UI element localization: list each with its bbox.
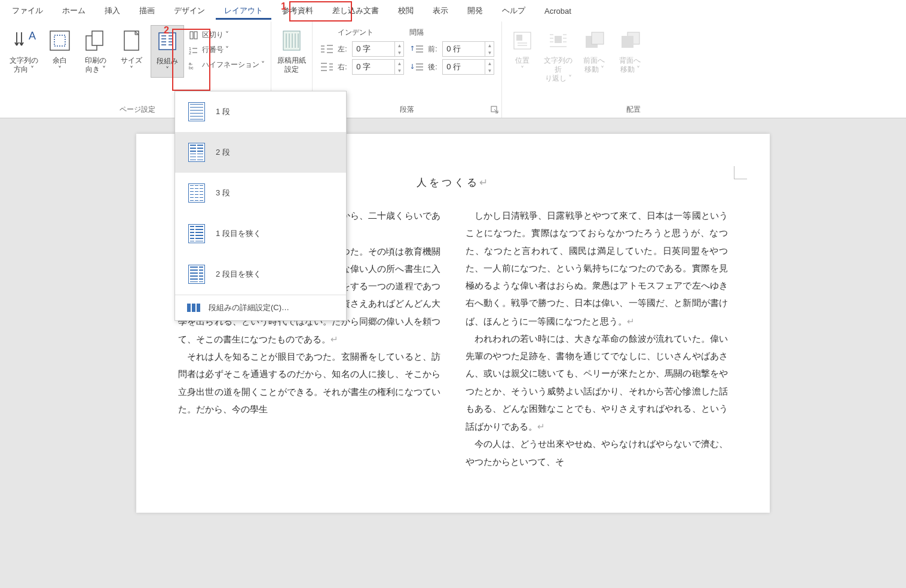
orientation-icon (82, 27, 109, 54)
size-icon (118, 27, 145, 54)
text-direction-icon: A (11, 27, 37, 54)
tab-レイアウト[interactable]: レイアウト (215, 1, 273, 21)
svg-text:A: A (29, 30, 36, 42)
indent-left-spin[interactable]: ▲▼ (352, 41, 404, 57)
columns-one[interactable]: 1 段 (175, 91, 346, 118)
space-after-row: 後: ▲▼ (410, 58, 494, 76)
svg-rect-6 (159, 33, 176, 50)
space-after-icon (410, 62, 424, 72)
indent-right-input[interactable] (353, 60, 394, 74)
indent-right-spin[interactable]: ▲▼ (352, 59, 404, 75)
svg-text:2: 2 (189, 51, 191, 55)
margins-button[interactable]: 余白 ˅ (43, 25, 76, 76)
space-before-row: 前: ▲▼ (410, 40, 494, 58)
indent-right-icon (320, 62, 334, 72)
indent-right-row: 右: ▲▼ (320, 58, 404, 76)
text-wrap-icon (545, 27, 571, 54)
tab-ファイル[interactable]: ファイル (2, 1, 53, 21)
group-label: 配置 (506, 104, 647, 118)
dialog-launcher-icon[interactable] (491, 106, 499, 114)
genko-icon (278, 27, 305, 54)
svg-rect-4 (92, 31, 103, 45)
svg-rect-22 (622, 36, 633, 48)
position-button: 位置 ˅ (506, 25, 539, 76)
tab-Acrobat[interactable]: Acrobat (535, 2, 581, 20)
text-direction-button[interactable]: A 文字列の 方向 ˅ (7, 25, 41, 76)
columns-dropdown: 1 段 2 段 3 段 1 段目を狭く 2 段目を狭く 段組みの詳細設定(C)… (175, 91, 347, 118)
indent-left-icon (320, 44, 334, 54)
tab-描画[interactable]: 描画 (130, 1, 164, 21)
tab-ヘルプ[interactable]: ヘルプ (492, 1, 535, 21)
ribbon: A 文字列の 方向 ˅ 余白 ˅ 印刷の 向き ˅ サイズ ˅ 段組み ˅ 区切… (0, 22, 906, 118)
columns-icon (154, 28, 180, 54)
svg-rect-2 (54, 35, 65, 46)
line-numbers-icon: 12 (189, 45, 198, 55)
group-arrange: 位置 ˅ 文字列の折 り返し ˅ 前面へ 移動 ˅ 背面へ 移動 ˅ 配置 (502, 22, 650, 118)
hyphenation-icon: a-bc (189, 60, 198, 70)
svg-text:1: 1 (189, 47, 191, 51)
tab-ホーム[interactable]: ホーム (53, 1, 95, 21)
breaks-icon (189, 30, 198, 40)
svg-rect-7 (190, 32, 193, 39)
columns-button[interactable]: 段組み ˅ (151, 25, 184, 78)
send-backward-icon (617, 27, 643, 54)
indent-left-row: 左: ▲▼ (320, 40, 404, 58)
svg-text:a-: a- (189, 62, 193, 66)
svg-rect-14 (283, 31, 300, 50)
indent-left-input[interactable] (353, 42, 394, 56)
space-after-spin[interactable]: ▲▼ (442, 59, 494, 75)
margins-icon (47, 27, 73, 54)
size-button[interactable]: サイズ ˅ (115, 25, 148, 76)
svg-rect-8 (194, 32, 197, 39)
tab-参考資料[interactable]: 参考資料 (273, 1, 323, 21)
text-wrap-button: 文字列の折 り返し ˅ (541, 25, 575, 85)
genko-button[interactable]: 原稿用紙 設定 (275, 25, 308, 76)
tab-校閲[interactable]: 校閲 (388, 1, 423, 21)
space-before-icon (410, 44, 424, 54)
hyphenation-button[interactable]: a-bcハイフネーション ˅ (186, 59, 267, 71)
space-before-spin[interactable]: ▲▼ (442, 41, 494, 57)
tab-挿入[interactable]: 挿入 (95, 1, 130, 21)
tab-差し込み文書[interactable]: 差し込み文書 (323, 1, 388, 21)
svg-rect-1 (50, 31, 69, 50)
svg-rect-17 (516, 35, 522, 41)
tab-デザイン[interactable]: デザイン (164, 1, 215, 21)
tab-開発[interactable]: 開発 (458, 1, 492, 21)
tab-表示[interactable]: 表示 (423, 1, 458, 21)
send-backward-button: 背面へ 移動 ˅ (613, 25, 647, 76)
svg-text:bc: bc (189, 66, 194, 70)
space-after-input[interactable] (443, 60, 485, 74)
svg-rect-18 (555, 36, 562, 43)
space-before-input[interactable] (443, 42, 485, 56)
bring-forward-icon (581, 27, 607, 54)
orientation-button[interactable]: 印刷の 向き ˅ (79, 25, 112, 76)
position-icon (509, 27, 535, 54)
svg-rect-20 (592, 32, 604, 44)
line-numbers-button[interactable]: 12行番号 ˅ (186, 44, 267, 56)
breaks-button[interactable]: 区切り ˅ (186, 29, 267, 41)
ribbon-tabs: ファイルホーム挿入描画デザインレイアウト参考資料差し込み文書校閲表示開発ヘルプA… (0, 0, 906, 22)
bring-forward-button: 前面へ 移動 ˅ (577, 25, 611, 76)
